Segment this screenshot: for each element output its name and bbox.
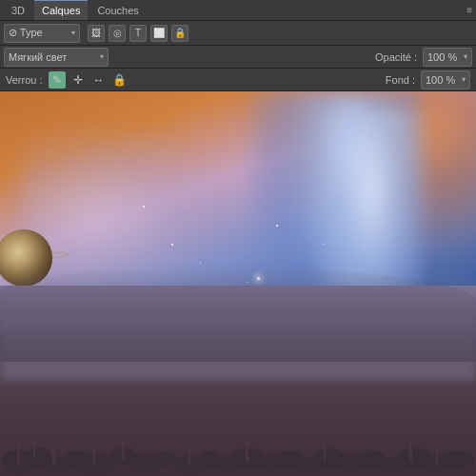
tabs-bar: 3D Calques Couches ≡ (0, 0, 476, 21)
blend-mode-select[interactable]: Мягкий свет ▾ (4, 48, 109, 67)
adjust-filter-icon[interactable]: ◎ (109, 25, 126, 42)
type-filter-arrow: ▾ (71, 29, 75, 37)
lock-row: Verrou : ✎ ✛ ↔ 🔒 Fond : 100 % ▾ (0, 69, 476, 91)
blend-row: Мягкий свет ▾ Opacité : 100 % ▾ (0, 46, 476, 69)
svg-rect-25 (93, 443, 95, 466)
filter-row: ⊘ Type ▾ 🖼 ◎ T ⬜ 🔒 (0, 21, 476, 46)
lock-pixels-btn[interactable]: ✎ (49, 71, 66, 89)
tab-couches[interactable]: Couches (89, 0, 146, 20)
photoshop-panel: 3D Calques Couches ≡ ⊘ Type ▾ 🖼 ◎ T ⬜ 🔒 … (0, 0, 476, 476)
svg-rect-24 (52, 446, 55, 465)
canvas-area[interactable] (0, 91, 476, 476)
tab-3d[interactable]: 3D (4, 0, 32, 20)
star-7 (143, 206, 145, 208)
svg-point-21 (440, 450, 474, 469)
star-3 (200, 263, 201, 264)
vegetation-layer (0, 381, 476, 476)
lock-all-btn[interactable]: 🔒 (111, 71, 129, 89)
star-2 (171, 244, 173, 246)
panel-menu-icon[interactable]: ≡ (466, 5, 472, 15)
type-filter-select[interactable]: ⊘ Type ▾ (4, 24, 80, 43)
svg-rect-26 (122, 440, 125, 459)
svg-rect-23 (33, 438, 35, 459)
opacity-input[interactable]: 100 % ▾ (423, 48, 472, 67)
lock-move-btn[interactable]: ↔ (90, 71, 108, 89)
lock-position-btn[interactable]: ✛ (69, 71, 87, 89)
type-filter-label: ⊘ Type (9, 27, 43, 39)
blend-mode-arrow: ▾ (100, 52, 104, 61)
text-filter-icon[interactable]: T (129, 25, 147, 42)
svg-rect-27 (188, 446, 190, 466)
svg-point-7 (157, 451, 176, 466)
opacity-arrow: ▾ (464, 52, 467, 61)
svg-point-17 (356, 450, 387, 469)
svg-rect-22 (17, 443, 20, 464)
fill-value: 100 % (426, 74, 455, 86)
lock-filter-icon[interactable]: 🔒 (171, 25, 188, 42)
svg-rect-30 (409, 442, 412, 463)
svg-rect-31 (436, 446, 438, 465)
lock-label: Verrou : (6, 74, 43, 86)
svg-rect-29 (324, 443, 326, 462)
fill-arrow: ▾ (462, 75, 466, 84)
blend-mode-label: Мягкий свет (9, 51, 67, 63)
scene (0, 91, 476, 476)
fill-label: Fond : (386, 74, 415, 86)
fill-input[interactable]: 100 % ▾ (421, 70, 470, 89)
star-4 (276, 225, 278, 227)
shape-filter-icon[interactable]: ⬜ (150, 25, 168, 42)
tab-calques[interactable]: Calques (34, 0, 88, 20)
svg-rect-28 (246, 442, 248, 463)
opacity-value: 100 % (427, 51, 457, 63)
hill-silhouette (0, 267, 476, 362)
opacity-label: Opacité : (375, 51, 417, 63)
filter-icons-group: 🖼 ◎ T ⬜ 🔒 (88, 25, 188, 42)
image-filter-icon[interactable]: 🖼 (88, 25, 105, 42)
star-8 (324, 244, 325, 245)
